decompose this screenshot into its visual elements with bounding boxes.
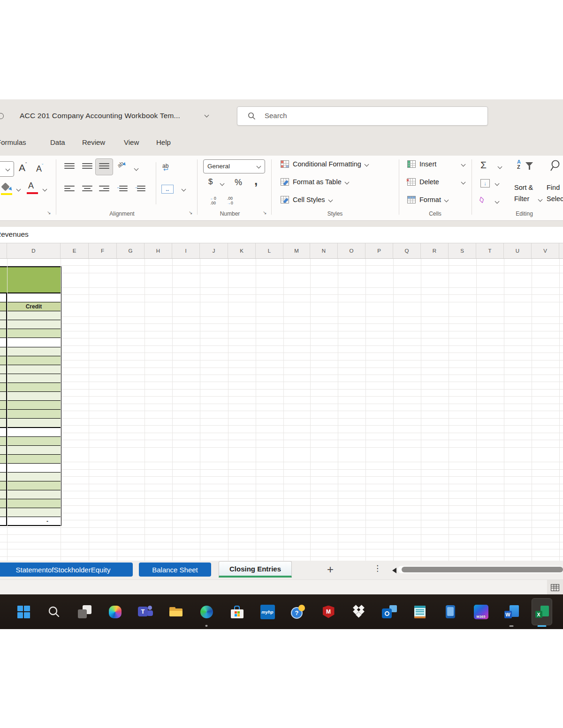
cell-styles-chevron[interactable]	[328, 197, 333, 202]
table-cell[interactable]	[7, 455, 61, 463]
table-cell[interactable]	[7, 365, 61, 374]
table-cell[interactable]	[7, 508, 61, 517]
percent-style-button[interactable]: %	[235, 178, 242, 188]
taskbar-start-button[interactable]	[13, 594, 34, 629]
table-row[interactable]	[0, 455, 61, 464]
table-left-strip-cell[interactable]	[0, 401, 7, 409]
column-header-O[interactable]: O	[338, 243, 365, 258]
table-left-strip-cell[interactable]	[0, 320, 7, 329]
table-left-strip-cell[interactable]	[0, 329, 7, 338]
table-row[interactable]	[0, 401, 61, 410]
autosum-button[interactable]: Σ	[480, 159, 487, 171]
table-left-strip-cell[interactable]	[0, 446, 7, 454]
table-row[interactable]	[0, 419, 61, 428]
sheet-tab-closing-entries[interactable]: Closing Entries	[219, 561, 292, 578]
table-cell[interactable]	[7, 347, 61, 356]
sheet-tab-balance-sheet[interactable]: Balance Sheet	[139, 563, 211, 577]
taskbar-notepad-button[interactable]	[409, 594, 431, 629]
column-header-partial[interactable]	[0, 243, 7, 258]
column-header-R[interactable]: R	[421, 243, 449, 258]
workbook-title[interactable]: ACC 201 Company Accounting Workbook Tem.…	[20, 112, 180, 120]
table-cell[interactable]	[7, 329, 61, 338]
search-box[interactable]: Search	[237, 106, 488, 126]
table-left-strip-cell[interactable]	[0, 347, 7, 356]
table-cell[interactable]	[7, 293, 61, 302]
table-left-strip-cell[interactable]	[0, 302, 7, 311]
increase-font-size-button[interactable]: Aˆ	[19, 162, 27, 173]
alignment-dialog-launcher[interactable]: ↘	[189, 210, 192, 215]
taskbar-m365-copilot-button[interactable]: M365	[470, 594, 492, 629]
column-header-K[interactable]: K	[228, 243, 256, 258]
table-row[interactable]	[0, 356, 61, 365]
horizontal-scrollbar-thumb[interactable]	[402, 567, 563, 572]
sort-filter-chevron[interactable]	[538, 197, 543, 202]
bottom-align-button[interactable]	[99, 163, 109, 169]
table-cell[interactable]	[7, 499, 61, 508]
table-row[interactable]	[0, 437, 61, 446]
table-left-strip-cell[interactable]	[0, 392, 7, 400]
sort-filter-button[interactable]: AZ Sort & Filter	[514, 159, 542, 209]
table-left-strip-cell[interactable]	[0, 437, 7, 445]
table-row[interactable]	[0, 374, 61, 383]
taskbar-dropbox-button[interactable]	[348, 594, 370, 629]
font-size-combo[interactable]	[0, 161, 14, 177]
table-left-strip-cell[interactable]	[0, 419, 7, 427]
column-header-J[interactable]: J	[200, 243, 228, 258]
format-as-table-chevron[interactable]	[344, 180, 349, 184]
format-cells-chevron[interactable]	[444, 197, 449, 202]
table-cell[interactable]	[7, 490, 61, 499]
delete-cells-chevron[interactable]	[461, 180, 466, 184]
table-left-strip-cell[interactable]	[0, 490, 7, 499]
table-row[interactable]	[0, 329, 61, 338]
column-header-V[interactable]: V	[532, 243, 559, 258]
column-header-M[interactable]: M	[283, 243, 310, 258]
table-cell[interactable]	[7, 401, 61, 409]
decrease-font-size-button[interactable]: Aˇ	[36, 164, 43, 174]
fill-color-button[interactable]	[1, 183, 13, 195]
title-chevron-icon[interactable]	[205, 113, 209, 118]
taskbar-task-view-button[interactable]	[74, 594, 95, 629]
table-cell[interactable]	[7, 419, 61, 427]
table-header-block[interactable]	[0, 266, 61, 293]
format-as-table-button[interactable]: Format as Table	[281, 178, 349, 186]
fill-button[interactable]: ↓	[480, 179, 490, 188]
orientation-chevron[interactable]	[134, 166, 139, 171]
taskbar-word-button[interactable]: W	[501, 594, 522, 629]
taskbar-outlook-button[interactable]	[379, 594, 400, 629]
table-row[interactable]	[0, 446, 61, 455]
comma-style-button[interactable]: ,	[254, 173, 258, 188]
merge-center-button[interactable]: ↔	[161, 185, 174, 194]
table-left-strip-cell[interactable]	[0, 293, 7, 302]
column-header-N[interactable]: N	[310, 243, 338, 258]
taskbar-get-help-button[interactable]: ?	[287, 594, 309, 629]
accounting-format-button[interactable]: $	[208, 177, 213, 187]
table-cell[interactable]	[7, 473, 61, 481]
table-left-strip-cell[interactable]	[0, 356, 7, 365]
align-left-button[interactable]	[64, 186, 75, 191]
table-cell[interactable]	[7, 320, 61, 329]
taskbar-file-explorer-button[interactable]	[165, 594, 187, 629]
align-right-button[interactable]	[99, 186, 109, 191]
table-cell[interactable]	[7, 446, 61, 454]
table-left-strip-cell[interactable]	[0, 455, 7, 463]
font-dialog-launcher[interactable]: ↘	[47, 210, 51, 215]
table-left-strip-cell[interactable]	[0, 517, 7, 525]
font-color-button[interactable]: A	[27, 182, 39, 195]
new-sheet-button[interactable]: +	[324, 561, 337, 578]
table-row[interactable]	[0, 320, 61, 329]
table-row[interactable]	[0, 347, 61, 356]
center-button[interactable]	[82, 186, 92, 191]
ribbon-tab-view[interactable]: View	[124, 138, 139, 146]
table-left-strip-cell[interactable]	[0, 410, 7, 418]
taskbar-store-button[interactable]	[226, 594, 248, 629]
column-header-F[interactable]: F	[89, 243, 117, 258]
closing-entries-table[interactable]: Credit-	[0, 266, 61, 526]
column-header-G[interactable]: G	[117, 243, 145, 258]
taskbar-excel-button[interactable]: X	[531, 594, 553, 629]
formula-bar[interactable]: Revenues	[0, 227, 563, 243]
table-row[interactable]	[0, 490, 61, 499]
find-select-button[interactable]: Find Select	[547, 159, 563, 209]
table-left-strip-cell[interactable]	[0, 428, 7, 436]
fill-color-chevron[interactable]	[16, 187, 21, 192]
accounting-format-chevron[interactable]	[220, 181, 225, 186]
